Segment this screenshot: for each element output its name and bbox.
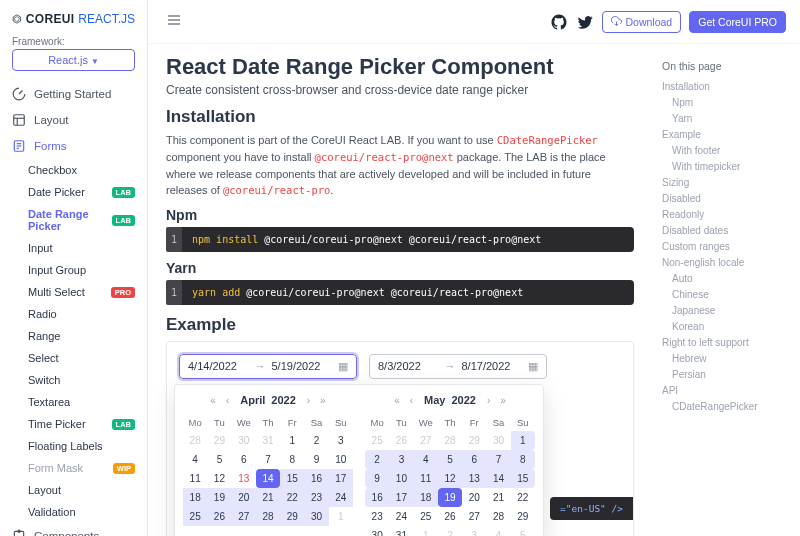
calendar-day[interactable]: 17 (329, 469, 353, 488)
calendar-day[interactable]: 11 (183, 469, 207, 488)
toc-link[interactable]: Persian (662, 367, 790, 383)
calendar-day[interactable]: 31 (256, 431, 280, 450)
calendar-day[interactable]: 5 (511, 526, 535, 536)
calendar-day[interactable]: 7 (486, 450, 510, 469)
subnav-form-mask[interactable]: Form MaskWIP (0, 457, 147, 479)
toc-link[interactable]: Example (662, 127, 790, 143)
calendar-day[interactable]: 21 (256, 488, 280, 507)
calendar-day[interactable]: 15 (280, 469, 304, 488)
toc-link[interactable]: With timepicker (662, 159, 790, 175)
calendar-day[interactable]: 16 (304, 469, 328, 488)
calendar-day[interactable]: 30 (486, 431, 510, 450)
toc-link[interactable]: Yarn (662, 111, 790, 127)
subnav-input-group[interactable]: Input Group (0, 259, 147, 281)
prev-month-button[interactable]: ‹ (222, 393, 233, 408)
next-year-button[interactable]: » (316, 393, 330, 408)
calendar-day[interactable]: 6 (232, 450, 256, 469)
subnav-floating-labels[interactable]: Floating Labels (0, 435, 147, 457)
calendar-day[interactable]: 20 (462, 488, 486, 507)
next-year-button[interactable]: » (496, 393, 510, 408)
calendar-day[interactable]: 1 (414, 526, 438, 536)
toc-link[interactable]: Japanese (662, 303, 790, 319)
calendar-day[interactable]: 30 (304, 507, 328, 526)
calendar-day[interactable]: 26 (438, 507, 462, 526)
subnav-textarea[interactable]: Textarea (0, 391, 147, 413)
calendar-day[interactable]: 31 (389, 526, 413, 536)
calendar-day[interactable]: 7 (256, 450, 280, 469)
toc-link[interactable]: Custom ranges (662, 239, 790, 255)
prev-year-button[interactable]: « (206, 393, 220, 408)
toc-link[interactable]: Installation (662, 79, 790, 95)
toc-link[interactable]: Hebrew (662, 351, 790, 367)
toc-link[interactable]: With footer (662, 143, 790, 159)
calendar-day[interactable]: 29 (462, 431, 486, 450)
toc-link[interactable]: Non-english locale (662, 255, 790, 271)
calendar-day[interactable]: 16 (365, 488, 389, 507)
brand-logo[interactable]: COREUI REACT.JS (0, 0, 147, 36)
calendar-day[interactable]: 30 (365, 526, 389, 536)
subnav-time-picker[interactable]: Time PickerLAB (0, 413, 147, 435)
calendar-day[interactable]: 28 (486, 507, 510, 526)
github-icon[interactable] (550, 13, 568, 31)
nav-getting-started[interactable]: Getting Started (0, 81, 147, 107)
calendar-day[interactable]: 19 (438, 488, 462, 507)
subnav-multi-select[interactable]: Multi SelectPRO (0, 281, 147, 303)
calendar-day[interactable]: 27 (232, 507, 256, 526)
calendar-day[interactable]: 28 (256, 507, 280, 526)
calendar-day[interactable]: 23 (365, 507, 389, 526)
toc-link[interactable]: Readonly (662, 207, 790, 223)
download-button[interactable]: Download (602, 11, 682, 33)
calendar-day[interactable]: 4 (414, 450, 438, 469)
calendar-day[interactable]: 12 (438, 469, 462, 488)
toc-link[interactable]: Sizing (662, 175, 790, 191)
calendar-day[interactable]: 4 (183, 450, 207, 469)
calendar-day[interactable]: 14 (486, 469, 510, 488)
next-month-button[interactable]: › (303, 393, 314, 408)
calendar-day[interactable]: 19 (207, 488, 231, 507)
calendar-day[interactable]: 8 (280, 450, 304, 469)
calendar-day[interactable]: 22 (511, 488, 535, 507)
calendar-day[interactable]: 18 (414, 488, 438, 507)
calendar-day[interactable]: 13 (462, 469, 486, 488)
subnav-layout[interactable]: Layout (0, 479, 147, 501)
calendar-day[interactable]: 12 (207, 469, 231, 488)
calendar-day[interactable]: 26 (389, 431, 413, 450)
calendar-day[interactable]: 25 (365, 431, 389, 450)
date-range-input-1[interactable]: 4/14/2022→5/19/2022▦ (179, 354, 357, 379)
calendar-day[interactable]: 5 (438, 450, 462, 469)
calendar-day[interactable]: 30 (232, 431, 256, 450)
calendar-day[interactable]: 22 (280, 488, 304, 507)
calendar-day[interactable]: 28 (183, 431, 207, 450)
calendar-day[interactable]: 1 (280, 431, 304, 450)
calendar-day[interactable]: 5 (207, 450, 231, 469)
calendar-day[interactable]: 3 (329, 431, 353, 450)
get-pro-button[interactable]: Get CoreUI PRO (689, 11, 786, 33)
prev-month-button[interactable]: ‹ (406, 393, 417, 408)
toc-link[interactable]: Right to left support (662, 335, 790, 351)
calendar-day[interactable]: 29 (207, 431, 231, 450)
subnav-select[interactable]: Select (0, 347, 147, 369)
calendar-day[interactable]: 9 (304, 450, 328, 469)
calendar-day[interactable]: 25 (183, 507, 207, 526)
toc-link[interactable]: Npm (662, 95, 790, 111)
next-month-button[interactable]: › (483, 393, 494, 408)
calendar-day[interactable]: 2 (438, 526, 462, 536)
calendar-day[interactable]: 1 (511, 431, 535, 450)
calendar-day[interactable]: 28 (438, 431, 462, 450)
calendar-day[interactable]: 15 (511, 469, 535, 488)
calendar-day[interactable]: 18 (183, 488, 207, 507)
calendar-day[interactable]: 6 (462, 450, 486, 469)
framework-select[interactable]: React.js▼ (12, 49, 135, 71)
subnav-input[interactable]: Input (0, 237, 147, 259)
npm-code-block[interactable]: 1npm install @coreui/coreui-pro@next @co… (166, 227, 634, 252)
calendar-day[interactable]: 27 (462, 507, 486, 526)
toc-link[interactable]: Chinese (662, 287, 790, 303)
toc-link[interactable]: Auto (662, 271, 790, 287)
prev-year-button[interactable]: « (390, 393, 404, 408)
calendar-day[interactable]: 24 (329, 488, 353, 507)
calendar-day[interactable]: 3 (389, 450, 413, 469)
calendar-day[interactable]: 4 (486, 526, 510, 536)
calendar-day[interactable]: 3 (462, 526, 486, 536)
calendar-day[interactable]: 13 (232, 469, 256, 488)
subnav-date-picker[interactable]: Date PickerLAB (0, 181, 147, 203)
